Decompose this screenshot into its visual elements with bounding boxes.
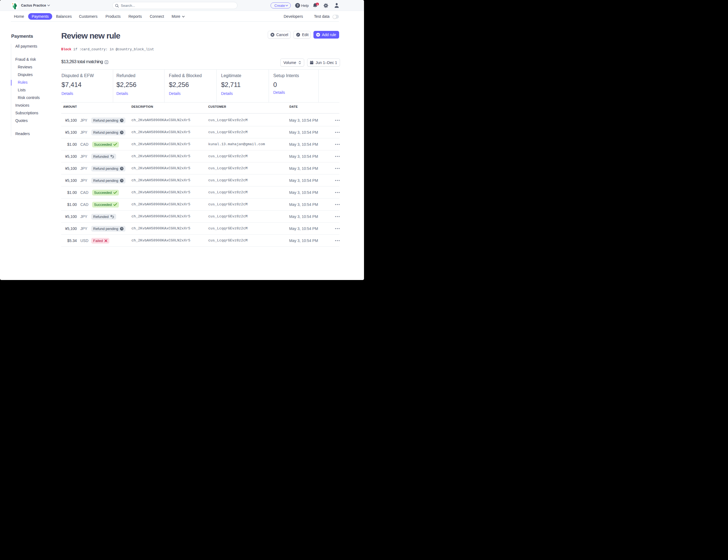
svg-text:?: ? <box>297 4 299 7</box>
svg-text:1: 1 <box>317 3 319 6</box>
